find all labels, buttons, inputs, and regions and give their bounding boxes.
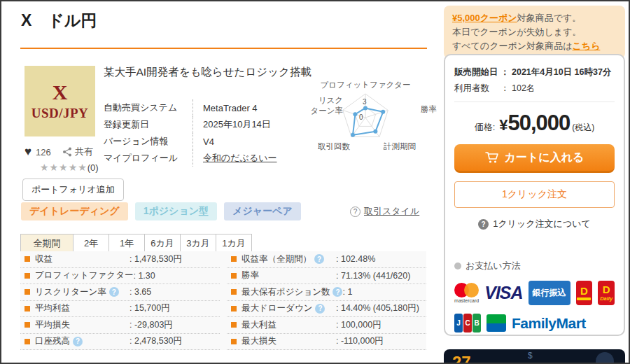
mastercard-word: mastercard — [454, 298, 479, 303]
bullet-icon — [24, 256, 30, 262]
bullet-icon — [231, 289, 237, 295]
stat-value: : 1 — [342, 287, 352, 297]
bullet-circle-icon — [454, 262, 461, 270]
period-tabs: 全期間 2年 1年 6カ月 3カ月 1カ月 — [20, 234, 252, 253]
help-icon[interactable]: ? — [73, 337, 83, 346]
visa-logo: VISA — [484, 283, 522, 303]
help-icon[interactable]: ? — [332, 287, 342, 297]
social-row: ♥ 126 共有 — [24, 145, 93, 159]
help-icon[interactable]: ? — [315, 304, 325, 314]
detail-label: 自動売買システム — [104, 102, 192, 114]
coupon-amount-link[interactable]: ¥5,000クーポン — [452, 13, 517, 23]
stats-right-column: 収益率（全期間）? : 102.48% 勝率 : 71.13% (441/620… — [227, 251, 426, 350]
rating-row: ★★★★★(0) — [40, 162, 99, 173]
stat-row-max-positions: 最大保有ポジション数? : 1 — [227, 284, 426, 301]
coupon-line-2: 本日でクーポンが失効します。 — [452, 25, 617, 39]
stat-row-max-loss: 最大損失 : -110,000円 — [227, 334, 426, 351]
coupon-line-1-text: 対象商品です。 — [517, 13, 582, 23]
share-label: 共有 — [75, 146, 93, 158]
product-image[interactable]: X USD/JPY — [24, 66, 95, 136]
tag-day-trading[interactable]: デイトレーディング — [21, 202, 128, 220]
stat-value: : 102.48% — [336, 254, 375, 264]
stat-value: : 14.40% (405,180円) — [336, 302, 419, 314]
stat-row-win-rate: 勝率 : 71.13% (441/620) — [227, 268, 426, 285]
radar-label-period: 計測期間 — [384, 141, 416, 152]
one-click-order-button[interactable]: 1クリック注文 — [454, 181, 615, 208]
add-portfolio-button[interactable]: ポートフォリオ追加 — [22, 178, 124, 201]
help-icon[interactable]: ? — [314, 254, 324, 264]
detail-value: V4 — [192, 133, 214, 150]
stat-label: 最大ドローダウン — [241, 302, 312, 314]
stat-row-profit-factor: プロフィットファクター : 1.30 — [20, 268, 220, 285]
tag-major-pair[interactable]: メジャーペア — [224, 202, 301, 220]
radar-label-trade-count: 取引回数 — [318, 141, 350, 152]
stat-row-avg-profit: 平均利益 : 15,700円 — [20, 301, 220, 318]
bullet-icon — [24, 273, 30, 279]
payment-logos-row-2: J C B FamilyMart — [454, 314, 615, 332]
svg-text:3: 3 — [363, 98, 367, 106]
coupon-line-3: すべてのクーポン対象商品はこちら — [452, 39, 617, 53]
tab-6m[interactable]: 6カ月 — [144, 234, 181, 253]
daily-logo: D Daily — [598, 281, 615, 305]
radar-label-win-rate: 勝率 — [421, 104, 437, 115]
product-details: 自動売買システム MetaTrader 4 登録更新日 2025年10月14日 … — [104, 99, 277, 167]
detail-value: MetaTrader 4 — [192, 99, 258, 116]
stat-label: 最大利益 — [241, 319, 276, 331]
detail-row: バージョン情報 V4 — [104, 133, 277, 150]
stat-row-balance: 口座残高? : 2,478,530円 — [20, 334, 220, 351]
payment-methods-header: お支払い方法 — [454, 260, 615, 272]
stat-label: 平均利益 — [35, 302, 70, 314]
stat-row-risk-return: リスクリターン率? : 3.65 — [20, 284, 220, 301]
trade-style-label: 取引スタイル — [364, 205, 419, 218]
stat-row-max-drawdown: 最大ドローダウン? : 14.40% (405,180円) — [227, 301, 426, 318]
tab-3m[interactable]: 3カ月 — [180, 234, 216, 253]
share-button[interactable]: 共有 — [62, 146, 93, 158]
stat-value: : -110,000円 — [336, 335, 384, 347]
product-page: X ドル円 ¥5,000クーポン対象商品です。 本日でクーポンが失効します。 す… — [0, 0, 630, 364]
one-click-about-label: 1クリック注文について — [493, 218, 591, 230]
title-divider — [20, 48, 427, 49]
bullet-icon — [231, 339, 237, 344]
coupon-here-link[interactable]: こちら — [572, 41, 600, 51]
add-to-cart-label: カートに入れる — [505, 150, 584, 165]
detail-row: マイプロフィール 令和のだぶるいー — [104, 150, 277, 167]
stats-table: 収益 : 1,478,530円 プロフィットファクター : 1.30 リスクリタ… — [20, 251, 426, 350]
like-heart-icon[interactable]: ♥ — [24, 145, 31, 159]
tab-1y[interactable]: 1年 — [108, 234, 145, 253]
stat-value: : 2,478,530円 — [130, 335, 182, 347]
help-icon[interactable]: ? — [109, 287, 119, 297]
coupon-line-3-text: すべてのクーポン対象商品は — [452, 41, 572, 51]
stat-label: 平均損失 — [35, 319, 70, 331]
tag-one-position[interactable]: 1ポジション型 — [135, 202, 217, 220]
tab-2y[interactable]: 2年 — [73, 234, 109, 253]
price-label: 価格: — [475, 122, 496, 132]
detail-label: マイプロフィール — [104, 152, 192, 164]
purchase-panel: 販売開始日 ： 2021年4月10日 16時37分 利用者数 ： 102名 価格… — [444, 54, 625, 336]
product-image-pair: USD/JPY — [31, 106, 89, 121]
ad-banner-figure — [596, 352, 614, 363]
share-icon — [62, 147, 72, 157]
ad-banner[interactable]: 27 $ — [444, 349, 625, 363]
one-click-about-link[interactable]: ? 1クリック注文について — [454, 218, 615, 230]
detail-row: 自動売買システム MetaTrader 4 — [104, 99, 277, 116]
bullet-icon — [24, 322, 30, 328]
stat-label: 最大保有ポジション数 — [241, 286, 330, 298]
price-tax-note: (税込) — [572, 122, 594, 132]
stat-value: : 100,000円 — [336, 319, 382, 331]
tab-all-period[interactable]: 全期間 — [20, 234, 74, 253]
question-gray-icon: ? — [478, 219, 489, 230]
ad-banner-partial-text: 27 — [452, 353, 471, 363]
tag-list: デイトレーディング 1ポジション型 メジャーペア — [21, 202, 301, 220]
users-value: ： 102名 — [500, 83, 535, 94]
price-row: 価格:¥50,000(税込) — [454, 111, 615, 136]
release-date-label: 販売開始日 — [454, 66, 500, 78]
tab-1m[interactable]: 1カ月 — [216, 234, 252, 253]
price-value: 50,000 — [508, 111, 570, 135]
add-to-cart-button[interactable]: カートに入れる — [454, 144, 615, 173]
like-count: 126 — [36, 147, 51, 158]
detail-row: 登録更新日 2025年10月14日 — [104, 116, 277, 133]
stat-row-avg-loss: 平均損失 : -29,803円 — [20, 317, 220, 334]
stat-row-profit: 収益 : 1,478,530円 — [20, 251, 220, 268]
profile-link[interactable]: 令和のだぶるいー — [192, 150, 277, 167]
trade-style-link[interactable]: ? 取引スタイル — [350, 205, 419, 218]
